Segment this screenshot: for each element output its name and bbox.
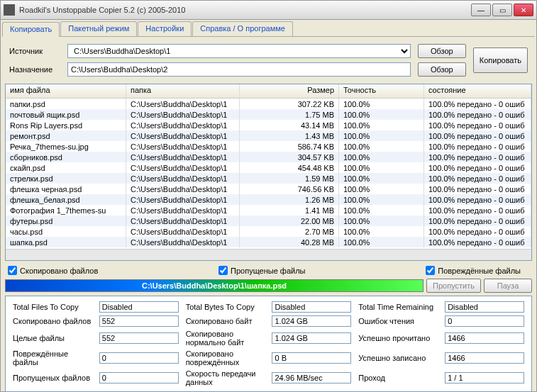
check-copied[interactable]: Скопировано файлов — [8, 266, 98, 275]
cell-name: Фотография 1_7themes-su — [6, 205, 126, 215]
check-skipped[interactable]: Пропущеные файлы — [218, 266, 305, 275]
window-title: Roadkil's Unstoppable Copier 5.2 (c) 200… — [19, 6, 471, 14]
check-damaged[interactable]: Повреждённые файлы — [426, 266, 521, 275]
horizontal-scrollbar[interactable] — [6, 249, 531, 260]
source-input[interactable]: C:\Users\Buddha\Desktop\1 — [67, 44, 411, 58]
cell-folder: C:\Users\Buddha\Desktop\1 — [126, 99, 240, 109]
cell-state: 100.0% передано - 0 ошиб — [424, 237, 531, 247]
browse-dest-button[interactable]: Обзор — [418, 62, 466, 77]
cell-folder: C:\Users\Buddha\Desktop\1 — [126, 141, 240, 152]
cell-accuracy: 100.0% — [339, 109, 424, 120]
cell-state: 100.0% передано - 0 ошиб — [424, 162, 531, 173]
check-skipped-box[interactable] — [218, 266, 228, 275]
cell-accuracy: 100.0% — [339, 99, 424, 109]
cell-name: футеры.psd — [6, 215, 126, 226]
table-row[interactable]: Фотография 1_7themes-suC:\Users\Buddha\D… — [6, 205, 531, 215]
cell-folder: C:\Users\Buddha\Desktop\1 — [126, 226, 240, 237]
cell-state: 100.0% передано - 0 ошиб — [424, 215, 531, 226]
app-icon — [4, 4, 15, 16]
cell-size: 307.22 KB — [240, 99, 339, 109]
copy-button[interactable]: Копировать — [473, 47, 528, 73]
list-header: имя файла папка Размер Точность состояни… — [6, 84, 531, 99]
cell-state: 100.0% передано - 0 ошиб — [424, 226, 531, 237]
table-row[interactable]: Речка_7themes-su.jpgC:\Users\Buddha\Desk… — [6, 141, 531, 152]
cell-name: сборников.psd — [6, 152, 126, 162]
cell-state: 100.0% передано - 0 ошиб — [424, 109, 531, 120]
cell-size: 2.70 MB — [240, 226, 339, 237]
col-state[interactable]: состояние — [424, 84, 531, 98]
cell-name: шапка.psd — [6, 237, 126, 247]
stat-value: 552 — [99, 315, 179, 327]
tab-settings[interactable]: Настройки — [138, 21, 192, 36]
source-label: Источник — [6, 43, 63, 60]
stat-value: Disabled — [445, 301, 524, 313]
dest-label: Назначение — [6, 61, 63, 78]
stat-value: 552 — [99, 332, 179, 344]
cell-state: 100.0% передано - 0 ошиб — [424, 141, 531, 152]
stat-value: 1466 — [445, 352, 524, 364]
table-row[interactable]: флешка черная.psdC:\Users\Buddha\Desktop… — [6, 184, 531, 194]
cell-size: 746.56 KB — [240, 184, 339, 194]
table-row[interactable]: почтовый ящик.psdC:\Users\Buddha\Desktop… — [6, 109, 531, 120]
check-damaged-box[interactable] — [426, 266, 435, 275]
cell-size: 1.41 MB — [240, 205, 339, 215]
browse-source-button[interactable]: Обзор — [418, 44, 466, 58]
cell-state: 100.0% передано - 0 ошиб — [424, 184, 531, 194]
stat-value: 1466 — [445, 332, 524, 344]
skip-button[interactable]: Пропустить — [426, 279, 481, 293]
table-row[interactable]: скайп.psdC:\Users\Buddha\Desktop\1454.48… — [6, 162, 531, 173]
cell-name: Rons Rip Layers.psd — [6, 120, 126, 130]
check-copied-box[interactable] — [8, 266, 17, 275]
table-row[interactable]: шапка.psdC:\Users\Buddha\Desktop\140.28 … — [6, 237, 531, 247]
tab-bar: Копировать Пакетный режим Настройки Спра… — [2, 21, 535, 37]
table-row[interactable]: часы.psdC:\Users\Buddha\Desktop\12.70 MB… — [6, 226, 531, 237]
pause-button[interactable]: Пауза — [484, 279, 532, 293]
file-list: имя файла папка Размер Точность состояни… — [5, 84, 532, 261]
col-name[interactable]: имя файла — [6, 84, 126, 98]
cell-folder: C:\Users\Buddha\Desktop\1 — [126, 237, 240, 247]
stat-label: Total Bytes To Copy — [183, 301, 268, 313]
cell-accuracy: 100.0% — [339, 141, 424, 152]
maximize-button[interactable]: ▭ — [492, 4, 512, 16]
cell-state: 100.0% передано - 0 ошиб — [424, 205, 531, 215]
cell-accuracy: 100.0% — [339, 205, 424, 215]
table-row[interactable]: футеры.psdC:\Users\Buddha\Desktop\122.00… — [6, 215, 531, 226]
table-row[interactable]: стрелки.psdC:\Users\Buddha\Desktop\11.59… — [6, 173, 531, 184]
cell-accuracy: 100.0% — [339, 184, 424, 194]
stat-label: Скорость передачи данных — [183, 369, 268, 387]
table-row[interactable]: ремонт.psdC:\Users\Buddha\Desktop\11.43 … — [6, 130, 531, 141]
table-row[interactable]: папки.psdC:\Users\Buddha\Desktop\1307.22… — [6, 99, 531, 109]
cell-size: 1.26 MB — [240, 194, 339, 205]
stat-value: 0 B — [272, 352, 351, 364]
stat-label: Ошибок чтения — [355, 315, 441, 327]
cell-name: скайп.psd — [6, 162, 126, 173]
cell-state: 100.0% передано - 0 ошиб — [424, 130, 531, 141]
tab-copy[interactable]: Копировать — [2, 22, 60, 37]
tab-about[interactable]: Справка / О программе — [192, 21, 293, 36]
close-button[interactable]: ✕ — [514, 4, 533, 16]
cell-name: почтовый ящик.psd — [6, 109, 126, 120]
dest-input[interactable] — [67, 62, 411, 77]
cell-state: 100.0% передано - 0 ошиб — [424, 120, 531, 130]
col-accuracy[interactable]: Точность — [339, 84, 424, 98]
col-size[interactable]: Размер — [240, 84, 339, 98]
stat-value: Disabled — [272, 301, 351, 313]
table-row[interactable]: сборников.psdC:\Users\Buddha\Desktop\130… — [6, 152, 531, 162]
table-row[interactable]: флешка_белая.psdC:\Users\Buddha\Desktop\… — [6, 194, 531, 205]
stat-value: 1 / 1 — [445, 372, 524, 383]
stat-label: Скопировано байт — [183, 315, 268, 327]
table-row[interactable]: Rons Rip Layers.psdC:\Users\Buddha\Deskt… — [6, 120, 531, 130]
cell-name: флешка_белая.psd — [6, 194, 126, 205]
cell-folder: C:\Users\Buddha\Desktop\1 — [126, 152, 240, 162]
cell-name: Речка_7themes-su.jpg — [6, 141, 126, 152]
col-folder[interactable]: папка — [126, 84, 240, 98]
minimize-button[interactable]: — — [471, 4, 491, 16]
tab-batch[interactable]: Пакетный режим — [60, 21, 137, 36]
cell-folder: C:\Users\Buddha\Desktop\1 — [126, 173, 240, 184]
progress-bar: C:\Users\Buddha\Desktop\1\шапка.psd — [5, 279, 423, 292]
cell-folder: C:\Users\Buddha\Desktop\1 — [126, 130, 240, 141]
cell-name: флешка черная.psd — [6, 184, 126, 194]
cell-size: 40.28 MB — [240, 237, 339, 247]
cell-folder: C:\Users\Buddha\Desktop\1 — [126, 184, 240, 194]
cell-size: 1.43 MB — [240, 130, 339, 141]
